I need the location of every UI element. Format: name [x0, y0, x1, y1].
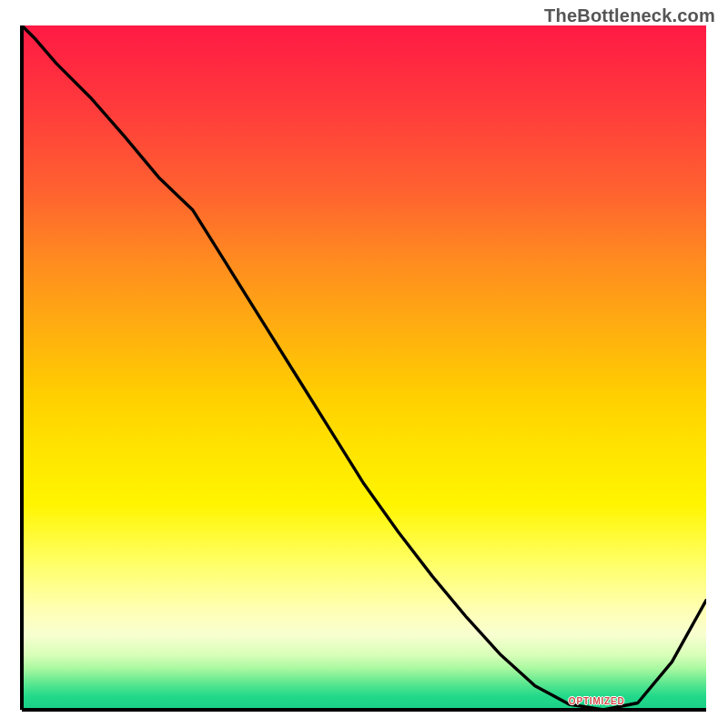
chart-stage: TheBottleneck.com OPTIMIZED	[0, 0, 728, 728]
bottleneck-curve	[22, 25, 706, 710]
optimum-marker-label: OPTIMIZED	[569, 696, 625, 706]
plot-area: OPTIMIZED	[22, 25, 706, 710]
y-axis-line	[20, 25, 24, 710]
curve-path	[22, 25, 706, 710]
attribution-text: TheBottleneck.com	[544, 5, 715, 26]
x-axis-line	[22, 708, 706, 712]
